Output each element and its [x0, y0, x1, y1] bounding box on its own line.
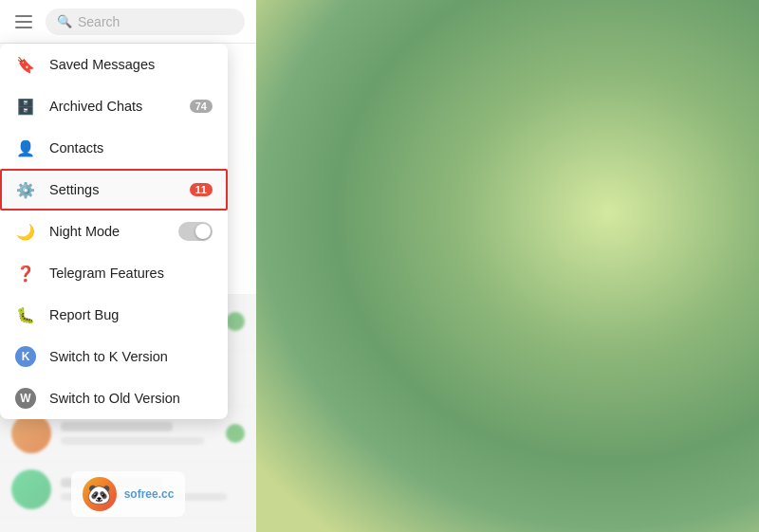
left-panel: 🔍 Search 🔖 Saved Messages 🗄️ Archived Ch… — [0, 0, 256, 532]
menu-label-night-mode: Night Mode — [49, 224, 165, 239]
chat-text — [61, 478, 245, 501]
chat-badge — [226, 424, 245, 443]
menu-item-telegram-features[interactable]: ❓ Telegram Features — [0, 252, 228, 294]
w-letter: W — [15, 388, 36, 409]
archived-chats-badge: 74 — [190, 100, 213, 113]
bookmark-icon: 🔖 — [15, 54, 36, 75]
bug-icon: 🐛 — [15, 304, 36, 325]
menu-label-contacts: Contacts — [49, 140, 213, 156]
moon-icon: 🌙 — [15, 221, 36, 242]
menu-item-settings[interactable]: ⚙️ Settings 11 — [0, 169, 228, 211]
avatar — [11, 413, 51, 453]
hamburger-button[interactable] — [11, 11, 36, 32]
right-panel — [256, 0, 759, 532]
menu-item-night-mode[interactable]: 🌙 Night Mode — [0, 211, 228, 252]
menu-label-switch-k: Switch to K Version — [49, 349, 213, 364]
chat-item — [0, 462, 256, 518]
settings-badge: 11 — [190, 183, 213, 196]
person-icon: 👤 — [15, 138, 36, 158]
chat-message — [61, 493, 227, 501]
dropdown-menu: 🔖 Saved Messages 🗄️ Archived Chats 74 👤 … — [0, 44, 228, 419]
help-circle-icon: ❓ — [15, 263, 36, 284]
menu-item-saved-messages[interactable]: 🔖 Saved Messages — [0, 44, 228, 85]
menu-item-contacts[interactable]: 👤 Contacts — [0, 127, 228, 169]
k-version-icon: K — [15, 346, 36, 367]
menu-label-saved-messages: Saved Messages — [49, 57, 213, 72]
avatar — [11, 469, 51, 509]
menu-label-report-bug: Report Bug — [49, 307, 213, 322]
search-placeholder: Search — [78, 14, 120, 29]
menu-label-switch-old: Switch to Old Version — [49, 391, 213, 406]
archive-icon: 🗄️ — [15, 96, 36, 117]
search-box[interactable]: 🔍 Search — [46, 9, 245, 35]
search-icon: 🔍 — [57, 14, 72, 28]
gear-icon: ⚙️ — [15, 179, 36, 200]
menu-item-switch-k[interactable]: K Switch to K Version — [0, 336, 228, 377]
menu-label-archived-chats: Archived Chats — [49, 99, 176, 114]
k-letter: K — [15, 346, 36, 367]
menu-item-switch-old[interactable]: W Switch to Old Version — [0, 377, 228, 419]
chat-text — [61, 422, 220, 445]
app-header: 🔍 Search — [0, 0, 256, 44]
menu-label-telegram-features: Telegram Features — [49, 266, 213, 281]
chat-message — [61, 437, 204, 445]
menu-item-archived-chats[interactable]: 🗄️ Archived Chats 74 — [0, 85, 228, 127]
chat-badge — [226, 312, 245, 331]
chat-name — [61, 478, 162, 487]
menu-label-settings: Settings — [49, 182, 176, 197]
w-version-icon: W — [15, 388, 36, 409]
menu-item-report-bug[interactable]: 🐛 Report Bug — [0, 294, 228, 336]
chat-name — [61, 422, 173, 431]
night-mode-toggle[interactable] — [178, 222, 213, 241]
